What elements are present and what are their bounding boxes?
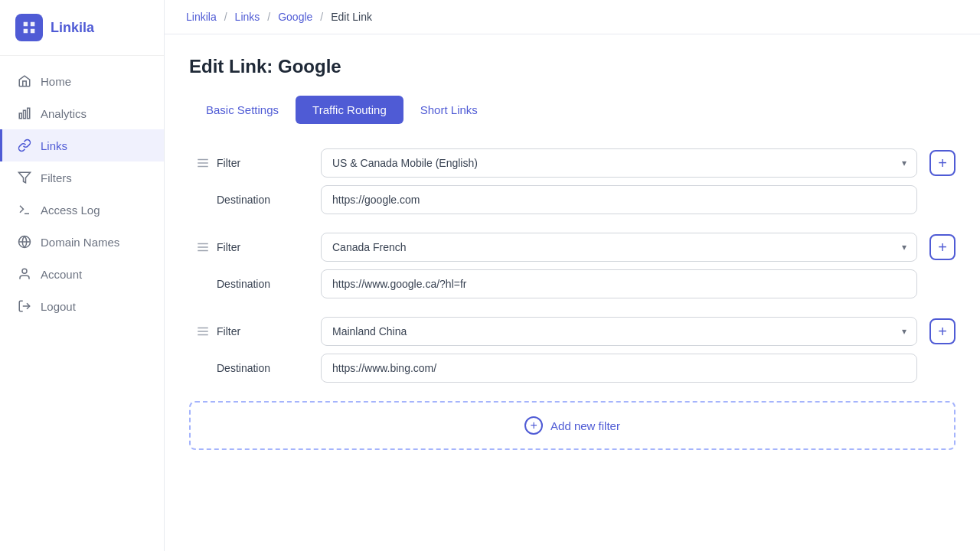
sidebar: Linkila Home Analytics Links [0,0,165,551]
filter-row-3: Filter Mainland China ▾ + [217,317,956,346]
sidebar-item-analytics[interactable]: Analytics [0,97,164,129]
breadcrumb-sep-2: / [267,11,270,23]
sidebar-item-account-label: Account [41,268,82,281]
drag-handle-2[interactable] [189,233,217,254]
sidebar-item-filters-label: Filters [41,171,72,184]
sidebar-item-domain-names[interactable]: Domain Names [0,226,164,258]
filter-row-1: Filter US & Canada Mobile (English) ▾ + [217,148,956,178]
content-area: Edit Link: Google Basic Settings Traffic… [165,34,980,551]
logout-icon [18,299,31,313]
add-filter-btn-3[interactable]: + [929,318,956,344]
domain-icon [18,235,31,249]
add-new-filter-plus-icon: + [524,416,543,435]
sidebar-item-account[interactable]: Account [0,258,164,290]
destination-row-3: Destination [217,354,956,383]
add-new-filter-label: Add new filter [550,419,620,432]
svg-rect-2 [28,108,30,119]
destination-row-2: Destination [217,269,956,298]
sidebar-item-analytics-label: Analytics [41,107,87,120]
destination-input-2[interactable] [321,269,917,298]
main-area: Linkila / Links / Google / Edit Link Edi… [165,0,980,551]
filter-label-3: Filter [217,325,309,337]
home-icon [18,74,31,88]
page-title: Edit Link: Google [189,56,956,77]
links-icon [18,139,31,152]
filter-select-1[interactable]: US & Canada Mobile (English) [321,148,917,178]
sidebar-nav: Home Analytics Links Filters [0,56,164,551]
destination-label-3: Destination [217,362,309,374]
destination-input-1[interactable] [321,185,917,214]
drag-handle-3[interactable] [189,317,217,338]
sidebar-item-home-label: Home [41,75,71,88]
filter-fields-2: Filter Canada French ▾ + Destination [217,233,956,298]
filters-icon [18,171,31,184]
filter-label-2: Filter [217,241,309,253]
filter-select-2[interactable]: Canada French [321,233,917,262]
sidebar-item-home[interactable]: Home [0,65,164,97]
drag-handle-1[interactable] [189,148,217,170]
breadcrumb-links[interactable]: Links [235,11,260,23]
svg-rect-0 [19,113,21,119]
sidebar-item-logout[interactable]: Logout [0,290,164,322]
account-icon [18,267,31,281]
tabs: Basic Settings Traffic Routing Short Lin… [189,96,956,124]
sidebar-item-domain-names-label: Domain Names [41,236,119,249]
breadcrumb-google[interactable]: Google [278,11,312,23]
topbar: Linkila / Links / Google / Edit Link [165,0,980,34]
filter-fields-3: Filter Mainland China ▾ + Destination [217,317,956,383]
destination-label-2: Destination [217,278,309,290]
destination-row-1: Destination [217,185,956,214]
add-filter-btn-2[interactable]: + [929,234,956,260]
sidebar-item-filters[interactable]: Filters [0,161,164,194]
svg-rect-1 [24,110,26,119]
sidebar-item-access-log-label: Access Log [41,204,100,217]
sidebar-item-logout-label: Logout [41,300,76,313]
access-log-icon [18,203,31,217]
filter-row-2: Filter Canada French ▾ + [217,233,956,262]
filter-group-1: Filter US & Canada Mobile (English) ▾ + … [189,148,956,214]
tab-traffic-routing[interactable]: Traffic Routing [296,96,403,124]
sidebar-item-access-log[interactable]: Access Log [0,194,164,226]
sidebar-item-links-label: Links [41,139,67,152]
tab-basic-settings[interactable]: Basic Settings [189,96,296,124]
breadcrumb-edit-link: Edit Link [331,11,372,23]
filter-select-wrapper-1: US & Canada Mobile (English) ▾ [321,148,917,178]
sidebar-item-links[interactable]: Links [0,129,164,161]
filter-select-wrapper-2: Canada French ▾ [321,233,917,262]
filter-label-1: Filter [217,157,309,169]
analytics-icon [18,106,31,120]
filter-fields-1: Filter US & Canada Mobile (English) ▾ + … [217,148,956,214]
brand-name: Linkila [51,20,94,36]
filter-group-3: Filter Mainland China ▾ + Destination [189,317,956,383]
filter-select-3[interactable]: Mainland China [321,317,917,346]
filter-group-2: Filter Canada French ▾ + Destination [189,233,956,298]
breadcrumb-sep-3: / [320,11,323,23]
destination-label-1: Destination [217,194,309,206]
logo-icon [15,14,43,41]
breadcrumb-linkila[interactable]: Linkila [186,11,217,23]
add-filter-btn-1[interactable]: + [929,150,956,176]
tab-short-links[interactable]: Short Links [403,96,495,124]
filter-select-wrapper-3: Mainland China ▾ [321,317,917,346]
breadcrumb-sep-1: / [224,11,227,23]
add-new-filter-button[interactable]: + Add new filter [189,401,956,450]
svg-point-6 [22,269,27,273]
destination-input-3[interactable] [321,354,917,383]
logo[interactable]: Linkila [0,0,164,56]
